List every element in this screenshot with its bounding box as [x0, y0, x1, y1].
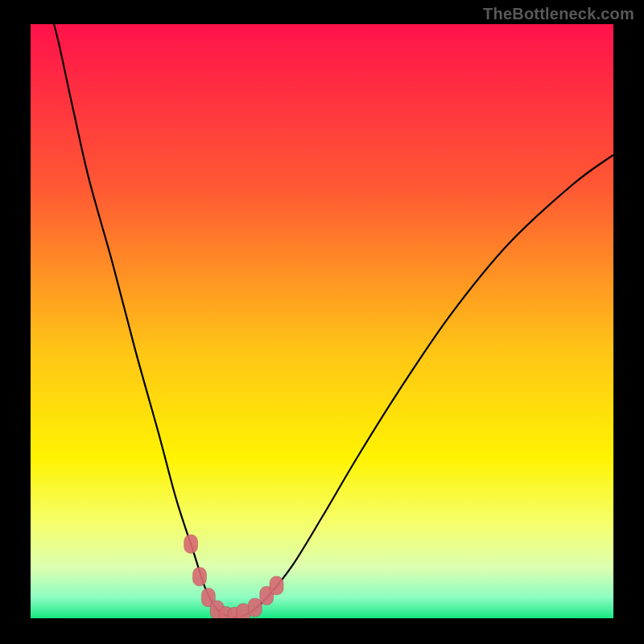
- plot-background: [31, 24, 613, 618]
- sample-marker: [248, 598, 262, 617]
- sample-marker: [192, 568, 206, 586]
- chart-frame: TheBottleneck.com: [0, 0, 644, 644]
- sample-marker: [270, 576, 283, 595]
- bottleneck-chart: [0, 0, 644, 644]
- sample-marker: [184, 535, 198, 553]
- watermark-text: TheBottleneck.com: [483, 5, 634, 23]
